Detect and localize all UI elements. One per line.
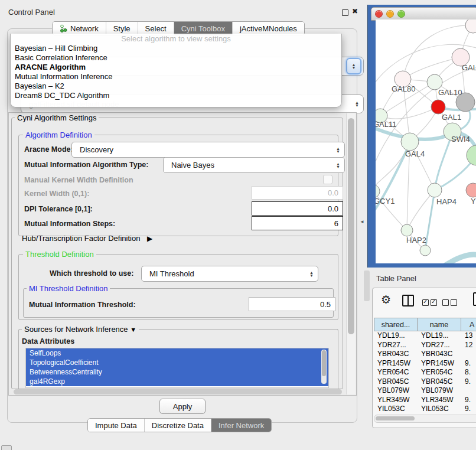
- mi-threshold-field[interactable]: 0.5: [249, 297, 335, 311]
- table-row[interactable]: YPR145WYPR145W9.: [374, 359, 476, 369]
- network-window-titlebar[interactable]: [371, 7, 476, 21]
- network-node[interactable]: [376, 185, 380, 198]
- table-row[interactable]: YER054CYER054C8.: [374, 368, 476, 377]
- tab-style[interactable]: Style: [106, 22, 138, 35]
- which-threshold-combo[interactable]: MI Threshold ▲▼: [141, 266, 318, 282]
- panel-splitter-handle[interactable]: ◄: [360, 219, 364, 224]
- mi-algorithm-type-combo[interactable]: Naive Bayes ▲▼: [163, 157, 345, 173]
- attribute-list-item[interactable]: gal4RGexp: [26, 377, 328, 386]
- table-cell: YDR27...: [418, 341, 461, 350]
- column-header-shared-name[interactable]: shared...: [374, 318, 418, 331]
- mi-steps-value: 6: [334, 219, 338, 228]
- scrollbar-thumb[interactable]: [322, 350, 326, 376]
- table-row[interactable]: YIL053CYIL053C9.: [374, 405, 476, 414]
- dpi-tolerance-field[interactable]: 0.0: [252, 201, 343, 216]
- network-node[interactable]: [420, 245, 431, 256]
- minimize-traffic-light-icon[interactable]: [386, 10, 394, 18]
- combo-stepper-icon[interactable]: ▲▼: [309, 271, 314, 277]
- network-canvas[interactable]: GALGAL80GAL10GAL1GAL11SWI4GAL4GCY1HAP4YH…: [376, 19, 476, 263]
- table-horizontal-scrollbar[interactable]: [374, 415, 476, 423]
- float-window-icon[interactable]: [342, 9, 348, 16]
- table-row[interactable]: YBR045CYBR045C9.: [374, 377, 476, 387]
- aracne-mode-combo[interactable]: Discovery ▲▼: [71, 142, 345, 158]
- network-node[interactable]: [465, 19, 476, 33]
- column-header-name[interactable]: name: [418, 318, 461, 331]
- close-traffic-light-icon[interactable]: [375, 10, 383, 18]
- zoom-traffic-light-icon[interactable]: [397, 10, 405, 18]
- tab-discretize-data[interactable]: Discretize Data: [145, 419, 211, 432]
- network-view-window: GALGAL80GAL10GAL1GAL11SWI4GAL4GCY1HAP4YH…: [367, 5, 476, 268]
- algorithm-option[interactable]: Basic Correlation Inference: [11, 53, 341, 63]
- expand-right-icon[interactable]: ▶: [147, 234, 152, 243]
- attribute-list-item[interactable]: TopologicalCoefficient: [26, 358, 328, 367]
- gear-icon[interactable]: ⚙: [381, 293, 391, 306]
- collapse-down-icon[interactable]: ▼: [130, 326, 136, 333]
- data-attributes-label: Data Attributes: [22, 337, 74, 345]
- table-cell: YLR345W: [418, 396, 461, 405]
- tab-cyni-toolbox[interactable]: Cyni Toolbox: [174, 22, 233, 35]
- table-row[interactable]: YLR345WYLR345W9.: [374, 396, 476, 405]
- tab-infer-network[interactable]: Infer Network: [211, 419, 271, 432]
- table-toolbar: ⚙: [373, 288, 476, 314]
- show-checked-columns-icon[interactable]: [422, 298, 439, 308]
- node-label: GAL11: [376, 120, 397, 129]
- table-cell: 9.: [461, 405, 476, 414]
- scrollbar-thumb[interactable]: [348, 118, 354, 334]
- table-row[interactable]: YBR043CYBR043C: [374, 350, 476, 359]
- kernel-width-field[interactable]: 0.0: [252, 186, 343, 200]
- combo-stepper-icon[interactable]: ▲▼: [336, 147, 340, 153]
- algorithm-option[interactable]: Bayesian – Hill Climbing: [11, 44, 341, 53]
- table-cell: YBR045C: [418, 377, 461, 387]
- table-cell: YBR043C: [374, 350, 418, 359]
- table-row[interactable]: YDR27...YDR27...12: [374, 341, 476, 350]
- split-columns-icon[interactable]: [402, 295, 414, 306]
- algorithm-option[interactable]: Mutual Information Inference: [11, 72, 341, 81]
- sources-group-title[interactable]: Sources for Network Inference ▼: [22, 325, 139, 334]
- network-node[interactable]: [401, 133, 419, 151]
- manual-kernel-width-checkbox[interactable]: [323, 175, 332, 184]
- scrollbar-thumb[interactable]: [376, 416, 415, 420]
- algorithm-option[interactable]: Dream8 DC_TDC Algorithm: [11, 91, 341, 100]
- tab-label: Style: [113, 24, 131, 33]
- network-node[interactable]: [431, 100, 445, 114]
- column-header-partial[interactable]: A: [461, 318, 476, 331]
- mi-threshold-group-title: MI Threshold Definition: [27, 284, 110, 293]
- algorithm-option[interactable]: ARACNE Algorithm: [11, 63, 341, 72]
- vertical-scrollbar[interactable]: [346, 113, 356, 394]
- network-node[interactable]: [467, 145, 476, 165]
- attribute-list-item[interactable]: SelfLoops: [26, 348, 328, 358]
- algorithm-option[interactable]: Bayesian – K2: [11, 81, 341, 91]
- combo-stepper-icon[interactable]: ▲▼: [346, 58, 361, 74]
- attribute-list-item[interactable]: BetweennessCentrality: [26, 367, 328, 377]
- data-attributes-list[interactable]: SelfLoopsTopologicalCoefficientBetweenne…: [25, 348, 329, 388]
- minimized-panel-button[interactable]: [1, 445, 12, 450]
- node-table: shared... name A YDL19...YDL19...13YDR27…: [374, 318, 476, 414]
- table-cell: 9.: [461, 396, 476, 405]
- hub-section-toggle[interactable]: Hub/Transcription Factor Definition ▶: [22, 234, 152, 243]
- network-node[interactable]: [428, 183, 442, 197]
- new-table-icon[interactable]: [473, 292, 476, 306]
- close-icon[interactable]: ✖: [352, 7, 358, 15]
- horizontal-scrollbar[interactable]: [14, 389, 342, 394]
- list-scrollbar[interactable]: [321, 350, 327, 384]
- mi-steps-field[interactable]: 6: [252, 216, 343, 230]
- network-edge[interactable]: [380, 107, 438, 119]
- combo-stepper-icon[interactable]: ▲▼: [355, 101, 359, 107]
- network-node[interactable]: [401, 224, 413, 236]
- network-edge-highlighted[interactable]: [442, 255, 476, 263]
- table-header-row: shared... name A: [374, 318, 476, 331]
- tab-select[interactable]: Select: [138, 22, 174, 35]
- table-row[interactable]: YDL19...YDL19...13: [374, 331, 476, 341]
- tab-network[interactable]: Network: [53, 22, 106, 35]
- table-cell: 9.: [461, 359, 476, 369]
- table-row[interactable]: YBL079WYBL079W: [374, 386, 476, 396]
- network-icon: [60, 24, 67, 32]
- hide-columns-icon[interactable]: [442, 298, 459, 308]
- combo-stepper-icon[interactable]: ▲▼: [336, 162, 340, 168]
- tab-impute-data[interactable]: Impute Data: [88, 419, 145, 432]
- tab-label: Network: [70, 24, 99, 33]
- apply-button[interactable]: Apply: [159, 399, 206, 414]
- network-node[interactable]: [466, 183, 476, 197]
- tab-jactivemnodules[interactable]: jActiveMNodules: [233, 22, 304, 35]
- network-graph[interactable]: GALGAL80GAL10GAL1GAL11SWI4GAL4GCY1HAP4YH…: [376, 19, 476, 263]
